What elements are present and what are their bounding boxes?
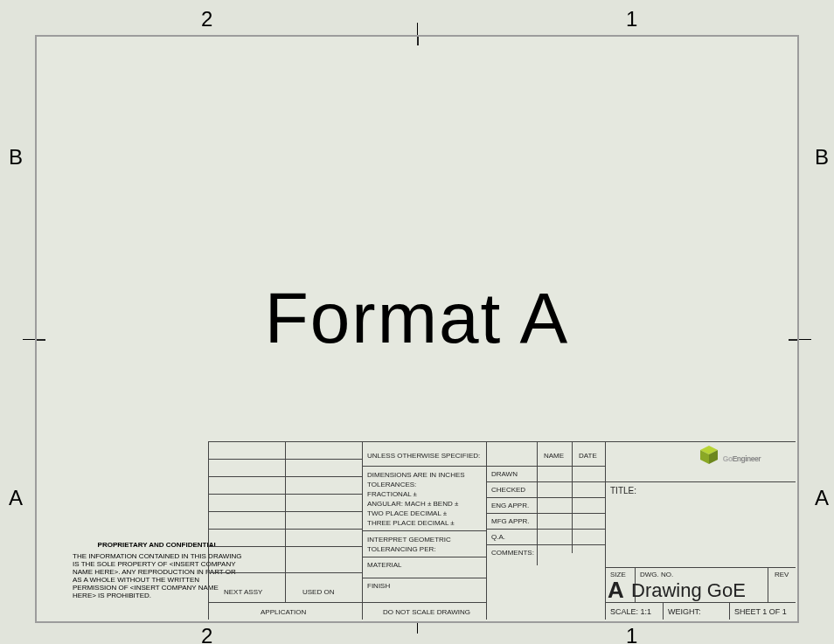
tick-right-mid [799, 339, 811, 340]
zone-right-b: B [815, 145, 829, 170]
geo1-label: INTERPRET GEOMETRIC [367, 536, 451, 544]
tol-label: TOLERANCES: [367, 481, 416, 488]
checked-label: CHECKED [491, 486, 525, 494]
zone-top-1: 1 [626, 7, 637, 31]
zone-right-a: A [815, 486, 829, 510]
geo2-label: TOLERANCING PER: [367, 545, 436, 553]
two-label: TWO PLACE DECIMAL ± [367, 509, 447, 517]
zone-top-2: 2 [201, 7, 212, 31]
name-hdr: NAME [544, 452, 564, 460]
used-on-label: USED ON [302, 588, 334, 596]
qa-label: Q.A. [491, 533, 505, 541]
drawing-frame: Format A PROPRIETARY AND CONFIDENTIAL TH… [35, 35, 799, 623]
size-value: A [608, 578, 624, 604]
ang-label: ANGULAR: MACH ± BEND ± [367, 500, 458, 508]
next-assy-label: NEXT ASSY [224, 588, 262, 596]
company-logo: GoEngineer [698, 445, 761, 466]
logo-cube-icon [698, 445, 719, 466]
logo-suffix: Engineer [733, 454, 761, 463]
inner-tick-top [417, 37, 419, 45]
noscale-label: DO NOT SCALE DRAWING [383, 608, 470, 616]
scale-label: SCALE: 1:1 [610, 607, 651, 616]
application-label: APPLICATION [261, 608, 306, 616]
tick-left-mid [23, 339, 35, 340]
drawing-name: Drawing GoE [631, 579, 746, 601]
logo-text: GoEngineer [723, 446, 761, 466]
finish-label: FINISH [367, 582, 390, 590]
sheet-label: SHEET 1 OF 1 [734, 607, 787, 616]
dims-label: DIMENSIONS ARE IN INCHES [367, 471, 465, 479]
main-label: Format A [265, 277, 570, 359]
rev-label: REV [775, 571, 789, 578]
zone-left-b: B [9, 145, 23, 170]
material-label: MATERIAL [367, 561, 401, 569]
tick-top-center [417, 23, 418, 35]
logo-prefix: Go [723, 454, 733, 463]
weight-label: WEIGHT: [668, 607, 701, 616]
tick-bottom-center [417, 623, 418, 634]
mfg-label: MFG APPR. [491, 517, 530, 525]
unless-label: UNLESS OTHERWISE SPECIFIED: [367, 452, 480, 460]
frac-label: FRACTIONAL ± [367, 490, 417, 498]
date-hdr: DATE [579, 452, 597, 460]
zone-bottom-2: 2 [201, 624, 212, 644]
dwgno-label: DWG. NO. [640, 571, 673, 578]
zone-bottom-1: 1 [626, 624, 637, 644]
three-label: THREE PLACE DECIMAL ± [367, 519, 455, 527]
drawn-label: DRAWN [491, 470, 518, 478]
title-label: TITLE: [610, 486, 636, 496]
title-block: NEXT ASSY USED ON APPLICATION UNLESS OTH… [208, 441, 796, 620]
eng-label: ENG APPR. [491, 502, 529, 509]
zone-left-a: A [9, 486, 23, 510]
inner-tick-left [37, 339, 45, 341]
comments-label: COMMENTS: [491, 549, 534, 557]
inner-tick-right [789, 339, 797, 341]
